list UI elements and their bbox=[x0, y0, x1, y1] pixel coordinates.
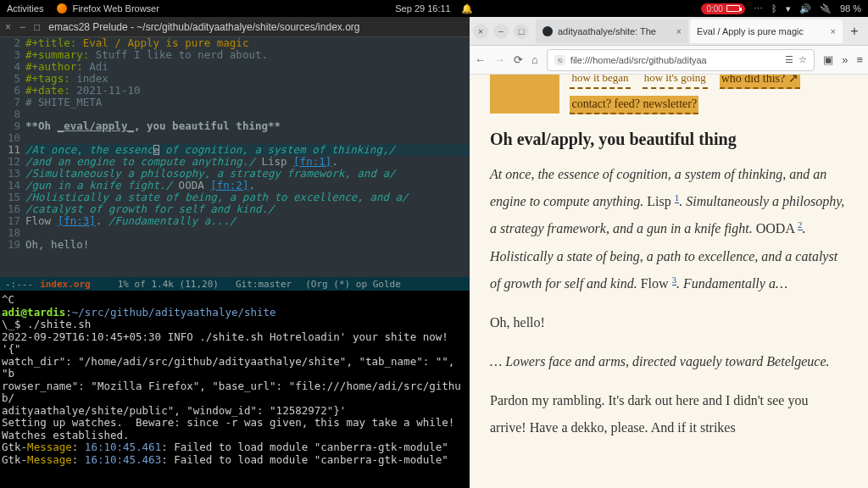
overflow-icon[interactable]: » bbox=[842, 53, 848, 66]
nav-link[interactable]: how it began bbox=[570, 75, 630, 89]
gnome-topbar: Activities Firefox Web Browser Sep 29 16… bbox=[0, 0, 868, 17]
reload-button[interactable]: ⟳ bbox=[514, 53, 523, 66]
battery-pct: 98 % bbox=[840, 3, 861, 14]
firefox-tabstrip: × − □ adityaathalye/shite: The×Eval / Ap… bbox=[470, 17, 868, 46]
browser-tab[interactable]: adityaathalye/shite: The× bbox=[536, 19, 688, 43]
firefox-toolbar: ← → ⟳ ⌂ ⎋ file:///home/adi/src/github/ad… bbox=[470, 46, 868, 75]
current-app[interactable]: Firefox Web Browser bbox=[57, 3, 159, 14]
emacs-editor[interactable]: 2345678910111213141516171819 #+title: Ev… bbox=[0, 37, 470, 277]
nav-link-contact[interactable]: contact? feed? newsletter? bbox=[570, 96, 698, 114]
minimize-icon[interactable]: − bbox=[493, 24, 509, 39]
close-icon[interactable]: × bbox=[473, 24, 488, 39]
more-icon[interactable]: ⋯ bbox=[754, 3, 763, 14]
power-icon[interactable]: 🔌 bbox=[820, 3, 832, 14]
greeting: Oh, hello! bbox=[490, 309, 848, 336]
pocket-icon[interactable]: ▣ bbox=[823, 53, 833, 66]
maximize-icon[interactable]: □ bbox=[514, 24, 529, 39]
maximize-icon[interactable]: □ bbox=[34, 21, 40, 33]
bluetooth-icon[interactable]: ᛒ bbox=[771, 3, 777, 14]
file-scheme-badge: ⎋ bbox=[554, 55, 565, 65]
intro-paragraph: At once, the essence of cognition, a sys… bbox=[490, 161, 848, 297]
nav-link-who[interactable]: who did this? ↗ bbox=[720, 75, 800, 89]
site-logo[interactable] bbox=[490, 75, 559, 114]
clock[interactable]: Sep 29 16:11 bbox=[395, 3, 450, 14]
wifi-icon[interactable]: ▾ bbox=[786, 3, 791, 14]
new-tab-button[interactable]: + bbox=[844, 24, 865, 39]
url-bar[interactable]: ⎋ file:///home/adi/src/github/adityaa ☰ … bbox=[547, 49, 815, 71]
close-icon[interactable]: × bbox=[5, 21, 11, 33]
notification-icon[interactable]: 🔔 bbox=[461, 3, 473, 14]
browser-tab[interactable]: Eval / Apply is pure magic× bbox=[690, 19, 843, 43]
emacs-window-title: emacs28 Prelude - ~/src/github/adityaath… bbox=[48, 21, 359, 33]
firefox-window-controls: × − □ bbox=[473, 24, 529, 39]
stage-direction: … Lowers face and arms, directed vaguely… bbox=[490, 348, 848, 375]
tab-close-icon[interactable]: × bbox=[676, 26, 682, 36]
body-paragraph: Pardon my rambling. It's dark out here a… bbox=[490, 387, 848, 441]
github-icon bbox=[542, 26, 553, 36]
battery-indicator[interactable]: 0:00 bbox=[701, 3, 744, 14]
terminal[interactable]: ^Cadi@tardis:~/src/github/adityaathalye/… bbox=[0, 291, 470, 488]
page-content[interactable]: how it began how it's going who did this… bbox=[470, 75, 868, 488]
reader-icon[interactable]: ☰ bbox=[785, 54, 793, 65]
page-heading: Oh eval/apply, you beautiful thing bbox=[490, 130, 848, 149]
tab-close-icon[interactable]: × bbox=[831, 26, 836, 36]
buffer-name: index.org bbox=[40, 279, 91, 290]
nav-link[interactable]: how it's going bbox=[643, 75, 708, 89]
home-button[interactable]: ⌂ bbox=[531, 53, 538, 66]
bookmark-icon[interactable]: ☆ bbox=[798, 54, 807, 65]
back-button[interactable]: ← bbox=[475, 53, 486, 66]
forward-button[interactable]: → bbox=[494, 53, 505, 66]
activities-button[interactable]: Activities bbox=[7, 3, 43, 14]
menu-icon[interactable]: ≡ bbox=[856, 53, 863, 66]
battery-icon bbox=[726, 5, 740, 12]
volume-icon[interactable]: 🔊 bbox=[799, 3, 811, 14]
emacs-modeline: -:--- index.org 1% of 1.4k (11,20) Git:m… bbox=[0, 277, 470, 291]
emacs-titlebar: × − □ emacs28 Prelude - ~/src/github/adi… bbox=[0, 17, 470, 37]
minimize-icon[interactable]: − bbox=[19, 21, 25, 33]
firefox-icon bbox=[57, 3, 67, 14]
